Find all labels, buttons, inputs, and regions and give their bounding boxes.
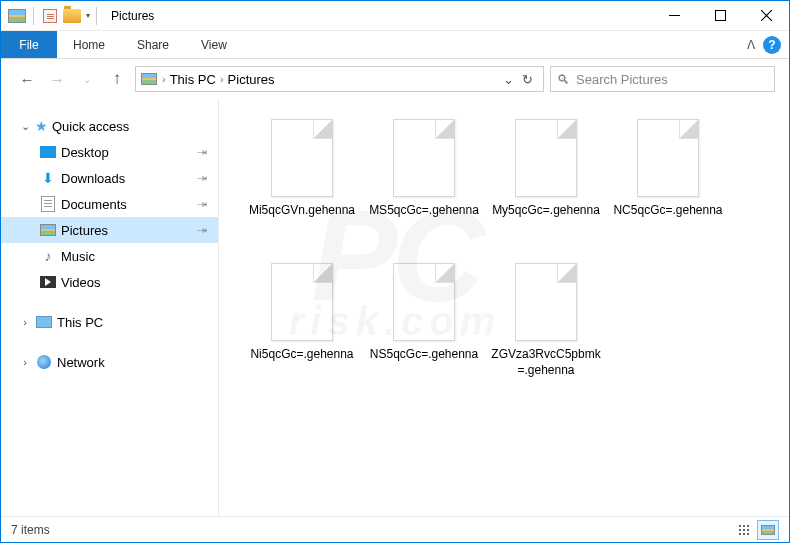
- desktop-icon: [39, 144, 57, 160]
- file-name: Mi5qcGVn.gehenna: [243, 203, 361, 219]
- sidebar-item-desktop[interactable]: Desktop📌︎: [1, 139, 218, 165]
- sidebar-item-label: Music: [61, 249, 95, 264]
- file-pane[interactable]: Mi5qcGVn.gehennaMS5qcGc=.gehennaMy5qcGc=…: [219, 99, 789, 518]
- star-icon: ★: [35, 118, 48, 134]
- expand-icon[interactable]: ›: [19, 356, 31, 368]
- recent-dropdown-icon[interactable]: ⌄: [75, 67, 99, 91]
- minimize-button[interactable]: [651, 1, 697, 31]
- search-icon: 🔍︎: [557, 72, 570, 87]
- pc-icon: [35, 314, 53, 330]
- file-thumb-icon: [393, 263, 455, 341]
- this-pc-node[interactable]: › This PC: [1, 309, 218, 335]
- address-bar[interactable]: › This PC › Pictures ⌄ ↻: [135, 66, 544, 92]
- tree-label: Quick access: [52, 119, 129, 134]
- sidebar-item-videos[interactable]: Videos: [1, 269, 218, 295]
- sidebar-item-music[interactable]: ♪Music: [1, 243, 218, 269]
- content-area: ⌄ ★ Quick access Desktop📌︎⬇Downloads📌︎Do…: [1, 99, 789, 518]
- details-view-button[interactable]: [733, 520, 755, 540]
- search-input[interactable]: 🔍︎ Search Pictures: [550, 66, 775, 92]
- file-name: My5qcGc=.gehenna: [487, 203, 605, 219]
- back-button[interactable]: ←: [15, 67, 39, 91]
- sidebar-item-documents[interactable]: Documents📌︎: [1, 191, 218, 217]
- up-button[interactable]: ↑: [105, 67, 129, 91]
- ribbon: File Home Share View ᐱ ?: [1, 31, 789, 59]
- pin-icon: 📌︎: [194, 196, 210, 212]
- separator: [96, 7, 97, 25]
- file-item[interactable]: MS5qcGc=.gehenna: [363, 115, 485, 251]
- collapse-icon[interactable]: ⌄: [19, 120, 31, 133]
- qat-dropdown-icon[interactable]: ▾: [86, 11, 90, 20]
- help-icon[interactable]: ?: [763, 36, 781, 54]
- file-item[interactable]: My5qcGc=.gehenna: [485, 115, 607, 251]
- chevron-right-icon[interactable]: ›: [220, 73, 224, 85]
- file-name: NS5qcGc=.gehenna: [365, 347, 483, 363]
- sidebar-item-label: Downloads: [61, 171, 125, 186]
- downloads-icon: ⬇: [39, 170, 57, 186]
- address-dropdown-icon[interactable]: ⌄: [503, 72, 514, 87]
- large-icons-view-button[interactable]: [757, 520, 779, 540]
- file-thumb-icon: [515, 263, 577, 341]
- new-folder-icon[interactable]: [62, 6, 82, 26]
- pin-icon: 📌︎: [194, 170, 210, 186]
- quick-access-node[interactable]: ⌄ ★ Quick access: [1, 113, 218, 139]
- search-placeholder: Search Pictures: [576, 72, 668, 87]
- status-bar: 7 items: [1, 516, 789, 542]
- sidebar-item-downloads[interactable]: ⬇Downloads📌︎: [1, 165, 218, 191]
- music-icon: ♪: [39, 248, 57, 264]
- tree-label: Network: [57, 355, 105, 370]
- tree-label: This PC: [57, 315, 103, 330]
- file-name: Ni5qcGc=.gehenna: [243, 347, 361, 363]
- pin-icon: 📌︎: [194, 144, 210, 160]
- file-thumb-icon: [271, 119, 333, 197]
- network-node[interactable]: › Network: [1, 349, 218, 375]
- window-controls: [651, 1, 789, 31]
- pin-icon: 📌︎: [194, 222, 210, 238]
- titlebar: ▾ Pictures: [1, 1, 789, 31]
- separator: [33, 7, 34, 25]
- sidebar-item-label: Documents: [61, 197, 127, 212]
- location-icon: [140, 71, 158, 87]
- videos-icon: [39, 274, 57, 290]
- pictures-icon: [39, 222, 57, 238]
- svg-rect-0: [669, 15, 680, 16]
- file-thumb-icon: [271, 263, 333, 341]
- file-item[interactable]: Ni5qcGc=.gehenna: [241, 259, 363, 395]
- navbar: ← → ⌄ ↑ › This PC › Pictures ⌄ ↻ 🔍︎ Sear…: [1, 59, 789, 99]
- sidebar-item-pictures[interactable]: Pictures📌︎: [1, 217, 218, 243]
- network-icon: [35, 354, 53, 370]
- file-thumb-icon: [515, 119, 577, 197]
- file-tab[interactable]: File: [1, 31, 57, 58]
- file-item[interactable]: ZGVza3RvcC5pbmk=.gehenna: [485, 259, 607, 395]
- file-item[interactable]: Mi5qcGVn.gehenna: [241, 115, 363, 251]
- breadcrumb-item[interactable]: Pictures: [228, 72, 275, 87]
- documents-icon: [39, 196, 57, 212]
- forward-button[interactable]: →: [45, 67, 69, 91]
- expand-icon[interactable]: ›: [19, 316, 31, 328]
- refresh-icon[interactable]: ↻: [522, 72, 533, 87]
- properties-icon[interactable]: [40, 6, 60, 26]
- tab-home[interactable]: Home: [57, 31, 121, 58]
- item-count: 7 items: [11, 523, 50, 537]
- collapse-ribbon-icon[interactable]: ᐱ: [747, 38, 755, 52]
- view-toggles: [733, 520, 779, 540]
- file-name: ZGVza3RvcC5pbmk=.gehenna: [487, 347, 605, 378]
- file-item[interactable]: NC5qcGc=.gehenna: [607, 115, 729, 251]
- sidebar-item-label: Desktop: [61, 145, 109, 160]
- nav-pane: ⌄ ★ Quick access Desktop📌︎⬇Downloads📌︎Do…: [1, 99, 219, 518]
- tab-share[interactable]: Share: [121, 31, 185, 58]
- chevron-right-icon[interactable]: ›: [162, 73, 166, 85]
- app-icon: [7, 6, 27, 26]
- file-thumb-icon: [637, 119, 699, 197]
- window-title: Pictures: [101, 9, 154, 23]
- breadcrumb-label: This PC: [170, 72, 216, 87]
- breadcrumb-item[interactable]: This PC: [170, 72, 216, 87]
- breadcrumb-label: Pictures: [228, 72, 275, 87]
- close-button[interactable]: [743, 1, 789, 31]
- tab-view[interactable]: View: [185, 31, 243, 58]
- maximize-button[interactable]: [697, 1, 743, 31]
- quick-access-toolbar: ▾: [1, 6, 101, 26]
- file-name: NC5qcGc=.gehenna: [609, 203, 727, 219]
- sidebar-item-label: Videos: [61, 275, 101, 290]
- file-thumb-icon: [393, 119, 455, 197]
- file-item[interactable]: NS5qcGc=.gehenna: [363, 259, 485, 395]
